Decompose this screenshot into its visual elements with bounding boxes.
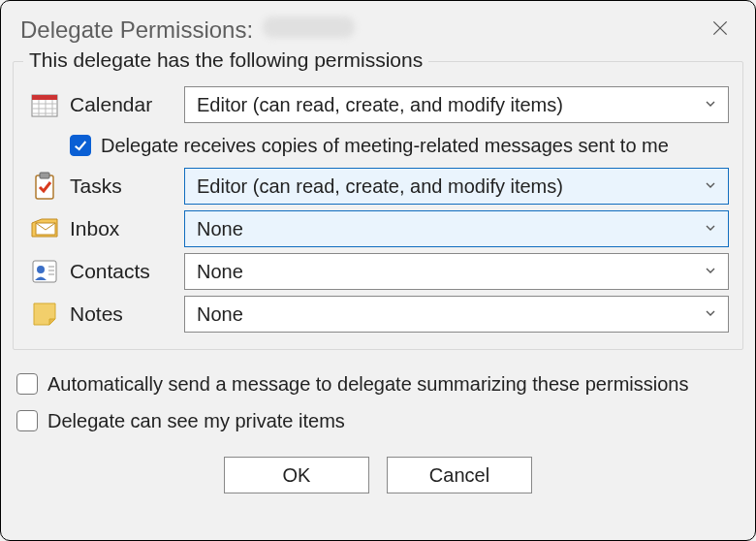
- close-button[interactable]: [703, 13, 738, 48]
- ok-button-label: OK: [283, 464, 311, 487]
- dialog-title: Delegate Permissions:: [20, 16, 355, 44]
- delegate-permissions-dialog: Delegate Permissions: This delegate has …: [0, 0, 756, 541]
- row-calendar: Calendar Editor (can read, create, and m…: [27, 83, 729, 126]
- close-icon: [710, 18, 730, 43]
- notes-permission-select[interactable]: None: [184, 296, 729, 333]
- delegate-name-redacted: [263, 16, 355, 38]
- private-items-label: Delegate can see my private items: [47, 410, 345, 432]
- titlebar: Delegate Permissions:: [1, 1, 755, 55]
- svg-point-14: [37, 266, 45, 273]
- auto-send-label: Automatically send a message to delegate…: [47, 373, 688, 396]
- svg-rect-10: [36, 175, 53, 199]
- tasks-permission-select[interactable]: Editor (can read, create, and modify ite…: [184, 168, 729, 205]
- permissions-group: This delegate has the following permissi…: [13, 61, 743, 350]
- meeting-copies-row: Delegate receives copies of meeting-rela…: [27, 126, 729, 165]
- chevron-down-icon: [703, 94, 718, 116]
- ok-button[interactable]: OK: [224, 457, 369, 493]
- auto-send-checkbox[interactable]: [16, 373, 38, 395]
- bottom-options: Automatically send a message to delegate…: [1, 362, 755, 439]
- svg-rect-11: [40, 173, 49, 178]
- auto-send-row: Automatically send a message to delegate…: [16, 366, 740, 402]
- meeting-copies-label: Delegate receives copies of meeting-rela…: [101, 135, 669, 157]
- private-items-checkbox[interactable]: [16, 410, 38, 431]
- contacts-permission-select[interactable]: None: [184, 253, 729, 290]
- contacts-label: Contacts: [70, 260, 176, 283]
- notes-permission-value: None: [197, 303, 243, 326]
- tasks-icon: [27, 171, 62, 202]
- svg-rect-3: [32, 95, 57, 100]
- meeting-copies-checkbox[interactable]: [70, 135, 91, 156]
- cancel-button[interactable]: Cancel: [387, 457, 532, 493]
- chevron-down-icon: [703, 303, 718, 326]
- chevron-down-icon: [703, 175, 718, 198]
- calendar-permission-value: Editor (can read, create, and modify ite…: [197, 94, 563, 116]
- chevron-down-icon: [703, 218, 718, 240]
- row-contacts: Contacts None: [27, 250, 729, 293]
- notes-icon: [27, 299, 62, 330]
- calendar-icon: [27, 89, 62, 120]
- inbox-icon: [27, 213, 62, 244]
- inbox-label: Inbox: [70, 217, 176, 240]
- calendar-permission-select[interactable]: Editor (can read, create, and modify ite…: [184, 86, 729, 123]
- dialog-buttons: OK Cancel: [1, 457, 755, 493]
- permissions-group-label: This delegate has the following permissi…: [23, 48, 428, 72]
- tasks-permission-value: Editor (can read, create, and modify ite…: [197, 175, 563, 198]
- inbox-permission-select[interactable]: None: [184, 210, 729, 247]
- chevron-down-icon: [703, 261, 718, 283]
- calendar-label: Calendar: [70, 93, 176, 116]
- notes-label: Notes: [70, 302, 176, 326]
- inbox-permission-value: None: [197, 218, 243, 240]
- contacts-permission-value: None: [197, 261, 243, 283]
- dialog-title-text: Delegate Permissions:: [20, 16, 253, 44]
- contacts-icon: [27, 256, 62, 287]
- row-inbox: Inbox None: [27, 207, 729, 250]
- row-tasks: Tasks Editor (can read, create, and modi…: [27, 165, 729, 207]
- cancel-button-label: Cancel: [429, 464, 489, 487]
- tasks-label: Tasks: [70, 175, 176, 198]
- row-notes: Notes None: [27, 293, 729, 335]
- private-items-row: Delegate can see my private items: [16, 402, 740, 439]
